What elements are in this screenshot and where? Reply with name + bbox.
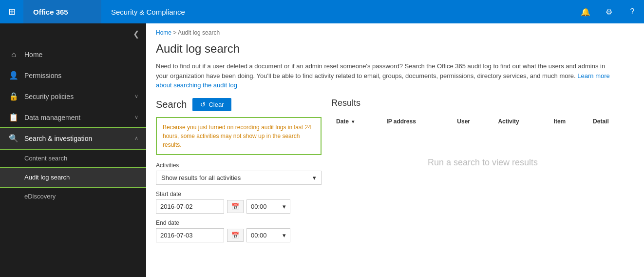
start-time-select[interactable]: 00:00 ▾	[246, 199, 290, 214]
page-description: Need to find out if a user deleted a doc…	[146, 61, 624, 98]
results-table-header: Date ▾ IP address User Activity	[331, 115, 634, 128]
sidebar-item-label: Data management	[24, 114, 80, 121]
permissions-icon: 👤	[8, 71, 19, 80]
end-time-value: 00:00	[251, 232, 267, 239]
start-date-label: Start date	[156, 191, 322, 198]
topbar-actions: 🔔 ⚙ ?	[574, 0, 644, 23]
sidebar-item-search-investigation[interactable]: 🔍 Search & investigation ∧	[0, 128, 146, 149]
sidebar-item-label: Permissions	[24, 72, 61, 79]
collapse-icon: ❮	[133, 29, 139, 39]
column-ip-address: IP address	[381, 115, 452, 128]
clear-button[interactable]: ↺ Clear	[192, 98, 231, 111]
sidebar-item-security-policies[interactable]: 🔒 Security policies ∨	[0, 86, 146, 107]
time-chevron-icon: ▾	[283, 232, 286, 239]
activities-label: Activities	[156, 162, 322, 169]
empty-results-row: Run a search to view results	[331, 128, 634, 197]
end-date-group: End date 📅 00:00 ▾	[156, 219, 322, 242]
sidebar-item-ediscovery[interactable]: eDiscovery	[0, 187, 146, 206]
results-header-row: Date ▾ IP address User Activity	[331, 115, 634, 128]
waffle-menu-button[interactable]: ⊞	[0, 0, 23, 23]
sort-arrow-icon: ▾	[352, 119, 354, 124]
start-date-row: 📅 00:00 ▾	[156, 199, 322, 214]
sidebar-item-data-management[interactable]: 📋 Data management ∨	[0, 107, 146, 128]
results-table-body: Run a search to view results	[331, 128, 634, 197]
column-date[interactable]: Date ▾	[331, 115, 381, 128]
help-icon: ?	[630, 7, 635, 16]
notifications-button[interactable]: 🔔	[574, 0, 597, 23]
gear-icon: ⚙	[606, 7, 612, 17]
sidebar-item-permissions[interactable]: 👤 Permissions	[0, 65, 146, 86]
section-name: Security & Compliance	[101, 8, 574, 16]
sidebar-item-label: Search & investigation	[24, 135, 92, 142]
sidebar-collapse[interactable]: ❮	[0, 23, 146, 44]
sidebar-sub-label: eDiscovery	[24, 193, 56, 200]
sidebar-item-label: Home	[24, 51, 42, 59]
page-title: Audit log search	[146, 38, 644, 61]
clear-icon: ↺	[200, 101, 206, 108]
lock-icon: 🔒	[8, 92, 19, 101]
breadcrumb-separator: >	[173, 29, 178, 36]
sidebar-item-home[interactable]: ⌂ Home	[0, 44, 146, 65]
sidebar: ❮ ⌂ Home 👤 Permissions 🔒 Security polici…	[0, 23, 146, 277]
calendar-icon: 📅	[231, 203, 239, 210]
activities-group: Activities Show results for all activiti…	[156, 162, 322, 185]
column-activity: Activity	[493, 115, 549, 128]
end-date-calendar-button[interactable]: 📅	[227, 229, 244, 242]
settings-button[interactable]: ⚙	[597, 0, 621, 23]
chevron-up-icon: ∧	[134, 135, 138, 141]
column-item: Item	[549, 115, 588, 128]
breadcrumb-home-link[interactable]: Home	[156, 29, 171, 36]
data-icon: 📋	[8, 113, 19, 122]
help-button[interactable]: ?	[621, 0, 644, 23]
app-name: Office 365	[23, 0, 101, 23]
start-time-value: 00:00	[251, 203, 267, 210]
bell-icon: 🔔	[581, 7, 590, 17]
start-date-group: Start date 📅 00:00 ▾	[156, 191, 322, 214]
breadcrumb: Home > Audit log search	[146, 23, 644, 38]
calendar-icon: 📅	[231, 232, 239, 239]
start-date-input[interactable]	[156, 199, 224, 214]
end-date-label: End date	[156, 219, 322, 226]
chevron-down-icon: ∨	[134, 93, 138, 99]
sidebar-item-label: Security policies	[24, 93, 74, 100]
search-icon: 🔍	[8, 134, 19, 143]
results-title: Results	[331, 98, 634, 108]
empty-results-message: Run a search to view results	[331, 128, 634, 197]
activities-arrow-icon: ▾	[313, 174, 316, 181]
time-chevron-icon: ▾	[283, 203, 286, 210]
results-table: Date ▾ IP address User Activity	[331, 115, 634, 197]
end-date-input[interactable]	[156, 228, 224, 242]
start-date-calendar-button[interactable]: 📅	[227, 200, 244, 213]
sidebar-item-audit-log-search[interactable]: Audit log search	[0, 168, 146, 187]
search-results-layout: Search ↺ Clear Because you just turned o…	[146, 98, 644, 248]
activities-value: Show results for all activities	[161, 174, 241, 181]
search-header: Search ↺ Clear	[156, 98, 322, 111]
clear-label: Clear	[208, 101, 224, 108]
search-panel: Search ↺ Clear Because you just turned o…	[156, 98, 322, 248]
end-time-select[interactable]: 00:00 ▾	[246, 228, 290, 242]
column-user: User	[452, 115, 493, 128]
chevron-down-icon: ∨	[134, 114, 138, 120]
sidebar-item-content-search[interactable]: Content search	[0, 149, 146, 168]
sidebar-sub-label: Content search	[24, 155, 67, 162]
search-title: Search	[156, 99, 187, 110]
end-date-row: 📅 00:00 ▾	[156, 228, 322, 242]
warning-box: Because you just turned on recording aud…	[156, 117, 322, 155]
home-icon: ⌂	[8, 50, 19, 59]
results-panel: Results Date ▾ IP address U	[331, 98, 634, 248]
sidebar-sub-label: Audit log search	[24, 174, 70, 181]
column-detail: Detail	[588, 115, 634, 128]
waffle-icon: ⊞	[8, 6, 16, 17]
main-layout: ❮ ⌂ Home 👤 Permissions 🔒 Security polici…	[0, 23, 644, 277]
breadcrumb-current: Audit log search	[178, 29, 220, 36]
activities-select[interactable]: Show results for all activities ▾	[156, 171, 322, 185]
main-content: Home > Audit log search Audit log search…	[146, 23, 644, 277]
topbar: ⊞ Office 365 Security & Compliance 🔔 ⚙ ?	[0, 0, 644, 23]
